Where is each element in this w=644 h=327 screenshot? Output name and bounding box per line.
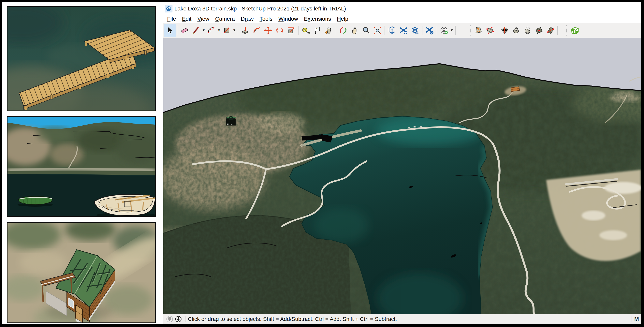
extension-manager-icon	[425, 26, 434, 35]
text-icon: A1	[313, 26, 322, 35]
measurements-label: M	[634, 316, 639, 322]
move-tool-button[interactable]	[262, 24, 274, 37]
extension-manager-button[interactable]	[424, 24, 435, 37]
select-tool-button[interactable]	[164, 24, 176, 37]
line-dropdown[interactable]: ▼	[202, 24, 206, 37]
tape-measure-icon	[301, 26, 310, 35]
menu-help[interactable]: Help	[334, 16, 352, 22]
rectangle-tool-button[interactable]	[221, 24, 232, 37]
rectangle-icon	[222, 26, 231, 35]
account-button[interactable]	[438, 24, 450, 37]
eraser-icon	[180, 26, 189, 35]
menu-view[interactable]: View	[194, 16, 212, 22]
eraser-tool-button[interactable]	[179, 24, 190, 37]
select-cursor-icon	[166, 26, 174, 35]
add-detail-tool-button[interactable]	[533, 24, 544, 37]
svg-text:A1: A1	[316, 28, 319, 30]
menu-camera[interactable]: Camera	[212, 16, 238, 22]
extension-warehouse-icon	[399, 26, 408, 35]
scale-tool-button[interactable]	[285, 24, 297, 37]
canoe-model	[17, 196, 53, 206]
pan-hand-icon	[350, 26, 359, 35]
rotate-tool-button[interactable]	[274, 24, 285, 37]
zoom-icon	[362, 26, 370, 35]
zoom-tool-button[interactable]	[360, 24, 372, 37]
pan-tool-button[interactable]	[349, 24, 360, 37]
add-detail-icon	[534, 26, 543, 35]
follow-me-tool-button[interactable]	[251, 24, 262, 37]
warehouse-download-icon	[388, 26, 396, 35]
move-icon	[264, 26, 272, 35]
menu-tools[interactable]: Tools	[257, 16, 276, 22]
sketchup-logo-icon	[165, 5, 172, 12]
text-tool-button[interactable]: A1	[311, 24, 323, 37]
rectangle-dropdown[interactable]: ▼	[232, 24, 236, 37]
orbit-icon	[339, 26, 348, 35]
sandbox-from-scratch-button[interactable]	[484, 24, 496, 37]
paint-bucket-tool-button[interactable]	[323, 24, 334, 37]
geolocation-pin-icon[interactable]	[165, 315, 174, 323]
flip-edge-icon	[546, 26, 554, 35]
line-tool-button[interactable]	[190, 24, 202, 37]
flip-edge-tool-button[interactable]	[544, 24, 556, 37]
menu-bar: File Edit View Camera Draw Tools Window …	[163, 16, 641, 23]
screenshot-frame: Lake Doxa 3D terrain.skp - SketchUp Pro …	[0, 0, 644, 327]
reference-panel-boats	[7, 116, 156, 217]
menu-extensions[interactable]: Extensions	[301, 16, 334, 22]
title-bar: Lake Doxa 3D terrain.skp - SketchUp Pro …	[163, 2, 641, 16]
menu-draw[interactable]: Draw	[238, 16, 256, 22]
scale-icon	[287, 26, 295, 35]
tape-measure-tool-button[interactable]	[300, 24, 311, 37]
from-contours-icon	[474, 26, 483, 35]
account-dropdown[interactable]: ▼	[450, 24, 454, 37]
smoove-tool-button[interactable]	[499, 24, 510, 37]
arc-tool-button[interactable]	[206, 24, 217, 37]
status-bar: Click or drag to select objects. Shift =…	[163, 314, 641, 324]
toolbar: ▼ ▼ ▼	[163, 23, 641, 38]
menu-window[interactable]: Window	[276, 16, 301, 22]
sandbox-from-contours-button[interactable]	[473, 24, 484, 37]
arc-dropdown[interactable]: ▼	[217, 24, 221, 37]
layers-share-icon	[410, 26, 419, 35]
stamp-icon	[512, 26, 520, 35]
share-model-button[interactable]	[409, 24, 421, 37]
3d-warehouse-store-button[interactable]	[569, 24, 580, 37]
cabin-model-silhouette[interactable]	[225, 116, 237, 126]
push-pull-icon	[241, 26, 250, 35]
smoove-icon	[500, 26, 509, 35]
zoom-extents-tool-button[interactable]	[372, 24, 383, 37]
rotate-icon	[275, 26, 284, 35]
cabin-render-image	[8, 223, 155, 322]
push-pull-tool-button[interactable]	[240, 24, 251, 37]
zoom-extents-icon	[373, 26, 382, 35]
extension-warehouse-button[interactable]	[398, 24, 409, 37]
from-scratch-icon	[486, 26, 494, 35]
arc-icon	[207, 26, 216, 35]
status-message: Click or drag to select objects. Shift =…	[188, 316, 397, 322]
window-title: Lake Doxa 3D terrain.skp - SketchUp Pro …	[174, 6, 346, 12]
instructor-person-icon[interactable]	[174, 315, 183, 323]
menu-edit[interactable]: Edit	[179, 16, 194, 22]
viewport-3d[interactable]	[163, 38, 641, 314]
drape-icon	[523, 26, 532, 35]
account-avatar-icon	[440, 26, 449, 35]
sketchup-window: Lake Doxa 3D terrain.skp - SketchUp Pro …	[163, 2, 641, 324]
reference-panel-dock	[7, 6, 156, 111]
boats-render-image	[8, 117, 155, 216]
store-kiosk-icon	[570, 26, 579, 35]
pencil-icon	[192, 26, 200, 35]
drape-tool-button[interactable]	[522, 24, 533, 37]
menu-file[interactable]: File	[164, 16, 179, 22]
dock-render-image	[8, 7, 155, 110]
toolbar-drag-handle-2[interactable]	[566, 25, 568, 36]
stamp-tool-button[interactable]	[510, 24, 522, 37]
paint-bucket-icon	[324, 26, 333, 35]
toolbar-drag-handle[interactable]	[470, 25, 472, 36]
orbit-tool-button[interactable]	[338, 24, 349, 37]
3d-warehouse-button[interactable]	[386, 24, 398, 37]
reference-panel-cabin	[7, 222, 156, 323]
follow-me-icon	[252, 26, 261, 35]
